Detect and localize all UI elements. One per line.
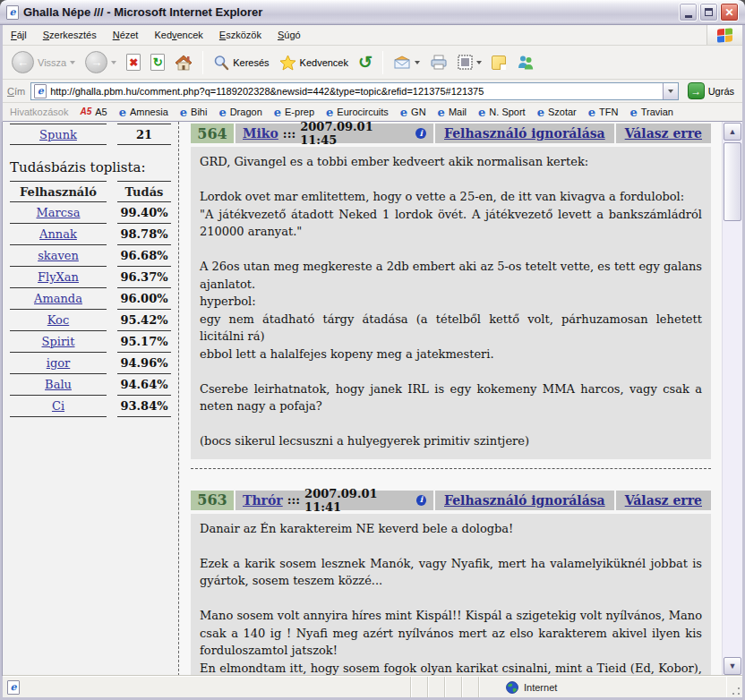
search-icon (213, 55, 229, 71)
toplist-value-cell: 96.68% (117, 245, 171, 267)
forward-button[interactable]: → (81, 49, 120, 75)
info-icon[interactable]: i (415, 128, 426, 139)
scroll-up-button[interactable]: ▲ (724, 123, 741, 141)
mail-icon (393, 55, 411, 69)
ie-e-icon: e (588, 107, 595, 118)
toplist-user-link[interactable]: Marcsa (37, 206, 81, 219)
window-title: Ghalla Népe /// - Microsoft Internet Exp… (23, 5, 674, 19)
go-button[interactable]: → Ugrás (684, 81, 738, 100)
link-e-prep[interactable]: eE-prep (274, 107, 314, 118)
sidebar-user-link[interactable]: Spunk (39, 128, 77, 141)
toplist-header-row: Felhasználó Tudás (3, 181, 178, 202)
toplist-user-link[interactable]: Balu (45, 378, 72, 391)
note-icon (492, 55, 506, 70)
toplist-user-cell: Annak (10, 224, 107, 245)
discuss-button[interactable] (488, 54, 510, 72)
post-header: 564Miko:::2007.09.01 11:45iFelhasználó i… (191, 124, 711, 143)
toplist-rows: Marcsa99.40%Annak98.78%skaven96.68%FlyXa… (3, 202, 178, 417)
toplist-user-link[interactable]: Amanda (34, 292, 82, 305)
link-n-sport[interactable]: eN. Sport (478, 107, 526, 118)
messenger-button[interactable] (512, 53, 538, 72)
menu-item-favorites[interactable]: Kedvencek (146, 25, 210, 45)
resize-grip[interactable] (726, 677, 742, 697)
menu-items: FájlSzerkesztésNézetKedvencekEszközökSúg… (3, 25, 309, 45)
scroll-down-button[interactable]: ▼ (724, 657, 741, 675)
toplist-user-cell: Marcsa (10, 202, 107, 224)
toplist-row: Ci93.84% (3, 396, 178, 417)
link-label: Mail (449, 107, 467, 117)
toplist-user-link[interactable]: Spirit (42, 335, 75, 348)
link-travian[interactable]: eTravian (629, 107, 673, 118)
edit-button[interactable] (454, 53, 485, 72)
browser-window: e Ghalla Népe /// - Microsoft Internet E… (0, 0, 745, 700)
post-header: 563Thrór:::2007.09.01 11:41iFelhasználó … (191, 491, 711, 510)
menu-item-help[interactable]: Súgó (270, 25, 309, 45)
history-icon: ↺ (358, 54, 372, 71)
sidebar-top-row: Spunk 21 (3, 124, 178, 145)
menu-item-tools[interactable]: Eszközök (211, 25, 270, 45)
toplist-user-link[interactable]: igor (47, 356, 71, 370)
print-button[interactable] (426, 53, 451, 72)
menu-item-edit[interactable]: Szerkesztés (35, 25, 105, 45)
ie-e-icon: e (537, 107, 544, 118)
link-dragon[interactable]: eDragon (218, 107, 261, 118)
links-bar: Hivatkozások A5A5eAmnesiaeBihieDragoneE-… (3, 103, 742, 122)
menu-item-view[interactable]: Nézet (105, 25, 147, 45)
info-icon[interactable]: i (416, 495, 426, 506)
favorites-button[interactable]: Kedvencek (276, 53, 352, 73)
link-bihi[interactable]: eBihi (180, 107, 208, 118)
vertical-scrollbar[interactable]: ▲ ▼ (722, 122, 742, 676)
toolbar-separator (382, 51, 383, 74)
maximize-button[interactable] (699, 3, 718, 21)
history-button[interactable]: ↺ (355, 52, 376, 73)
address-dropdown-button[interactable] (663, 83, 678, 99)
link-mail[interactable]: eMail (438, 107, 467, 118)
toplist-user-link[interactable]: Annak (39, 227, 77, 241)
link-tfn[interactable]: eTFN (588, 107, 619, 118)
toplist-user-link[interactable]: FlyXan (38, 270, 79, 284)
toplist-user-link[interactable]: Ci (52, 399, 64, 413)
post-body: Danair az Én karaktereim NE keverd bele … (191, 514, 711, 677)
post-author-link[interactable]: Miko (243, 126, 278, 141)
post-author-cell: Miko:::2007.09.01 11:45i (235, 124, 433, 143)
back-button[interactable]: ← Vissza (8, 49, 79, 75)
menu-item-file[interactable]: Fájl (3, 25, 35, 45)
link-a5[interactable]: A5A5 (80, 107, 107, 117)
status-segment (462, 677, 479, 697)
sidebar: Spunk 21 Tudásbázis toplista: Felhasznál… (3, 122, 179, 676)
post-author-cell: Thrór:::2007.09.01 11:41i (235, 491, 433, 510)
refresh-button[interactable]: ↻ (147, 52, 168, 73)
search-button[interactable]: Keresés (210, 53, 272, 73)
mail-button[interactable] (390, 54, 424, 71)
links-items: A5A5eAmnesiaeBihieDragoneE-prepeEurocirc… (80, 107, 673, 118)
reply-link[interactable]: Válasz erre (625, 126, 702, 141)
link-eurocircuits[interactable]: eEurocircuits (326, 107, 389, 118)
scrollbar-track[interactable] (723, 141, 742, 656)
link-szotar[interactable]: eSzotar (537, 107, 577, 118)
toplist-user-link[interactable]: skaven (38, 249, 79, 262)
reply-cell: Válasz erre (616, 124, 711, 143)
link-amnesia[interactable]: eAmnesia (119, 107, 168, 118)
forward-icon: → (85, 51, 107, 73)
reply-link[interactable]: Válasz erre (625, 493, 702, 508)
minimize-button[interactable] (679, 3, 698, 21)
post-author-link[interactable]: Thrór (243, 493, 283, 508)
ignore-user-link[interactable]: Felhasználó ignorálása (444, 126, 605, 141)
link-label: Szotar (548, 107, 577, 117)
ignore-user-link[interactable]: Felhasználó ignorálása (444, 493, 605, 508)
windows-logo-icon (717, 28, 732, 42)
link-label: Travian (641, 107, 673, 117)
address-field[interactable]: e http://ghalla.pbm.hu/comment.php?q=118… (30, 82, 678, 100)
stop-button[interactable]: ✖ (123, 52, 144, 73)
toplist-user-cell: Balu (10, 374, 107, 396)
toplist-user-link[interactable]: Koc (47, 313, 69, 327)
link-label: Amnesia (130, 107, 168, 117)
post-divider (191, 468, 711, 469)
post-separator-text: ::: (287, 493, 300, 507)
scrollbar-thumb[interactable] (724, 142, 741, 221)
title-bar: e Ghalla Népe /// - Microsoft Internet E… (0, 0, 745, 25)
link-gn[interactable]: eGN (400, 107, 426, 118)
toplist-row: igor94.96% (3, 353, 178, 374)
home-button[interactable] (171, 53, 196, 73)
close-button[interactable]: ✕ (720, 3, 739, 21)
